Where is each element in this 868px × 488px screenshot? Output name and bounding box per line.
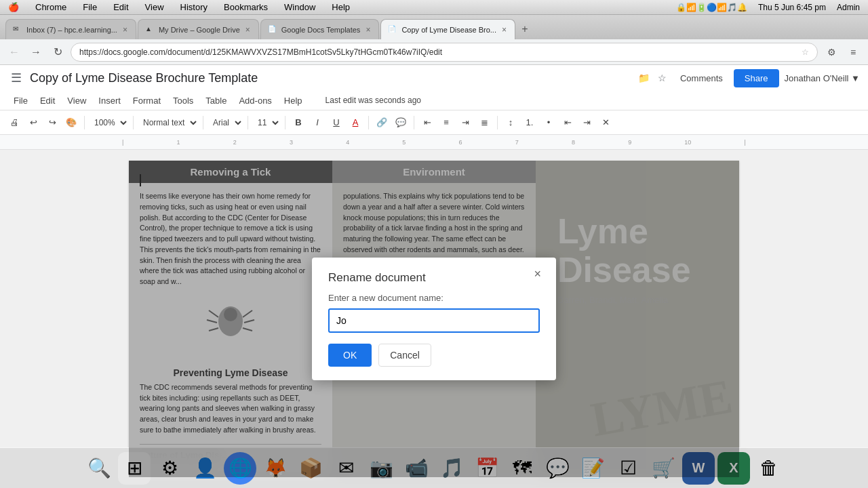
- zoom-select[interactable]: 100%: [89, 114, 129, 131]
- gdocs-ruler: |1 23 45 67 89 10|: [0, 135, 868, 150]
- align-right-button[interactable]: ⇥: [456, 114, 474, 131]
- justify-button[interactable]: ≣: [475, 114, 493, 131]
- view-menu-item[interactable]: View: [142, 2, 167, 12]
- underline-button[interactable]: U: [328, 114, 345, 131]
- redo-button[interactable]: ↪: [43, 114, 61, 131]
- new-tab-button[interactable]: +: [517, 21, 533, 37]
- line-spacing-button[interactable]: ↕: [502, 114, 519, 131]
- bookmarks-menu-item[interactable]: Bookmarks: [221, 2, 271, 12]
- font-select[interactable]: Arial: [208, 114, 243, 131]
- gdocs-doc-title[interactable]: Copy of Lyme Disease Brochure Template: [30, 71, 630, 85]
- modal-close-button[interactable]: ×: [530, 266, 545, 283]
- edit-menu[interactable]: Edit: [35, 94, 60, 108]
- text-color-button[interactable]: A: [347, 114, 364, 131]
- gdocs-menu-icon[interactable]: ☰: [8, 68, 24, 88]
- file-menu[interactable]: File: [8, 94, 33, 108]
- document-page[interactable]: Removing a Tick It seems like everyone h…: [129, 161, 739, 477]
- comment-button[interactable]: 💬: [392, 114, 410, 131]
- tab-drive[interactable]: ▲ My Drive – Google Drive ×: [138, 19, 259, 39]
- tab-title-templates: Google Docs Templates: [281, 26, 361, 34]
- chrome-addressbar: ← → ↻ https://docs.google.com/document/d…: [0, 39, 868, 65]
- paint-format-button[interactable]: 🎨: [62, 114, 80, 131]
- extensions-button[interactable]: ⚙: [822, 43, 841, 62]
- chrome-menu-item[interactable]: Chrome: [33, 2, 69, 12]
- decrease-indent-button[interactable]: ⇤: [559, 114, 576, 131]
- gdocs-menubar: File Edit View Insert Format Tools Table…: [0, 91, 868, 110]
- ul-button[interactable]: •: [540, 114, 557, 131]
- style-select[interactable]: Normal text: [138, 114, 199, 131]
- gdocs-title-icons: 📁 ☆: [635, 70, 669, 86]
- tab-lyme[interactable]: 📄 Copy of Lyme Disease Bro... ×: [380, 19, 515, 39]
- file-menu-item[interactable]: File: [80, 2, 100, 12]
- fontsize-select[interactable]: 11: [252, 114, 281, 131]
- bold-button[interactable]: B: [290, 114, 307, 131]
- help-menu[interactable]: Help: [279, 94, 308, 108]
- modal-cancel-button[interactable]: Cancel: [378, 344, 431, 367]
- tab-templates[interactable]: 📄 Google Docs Templates ×: [260, 19, 380, 39]
- toolbar-divider-4: [248, 116, 248, 129]
- menubar-user[interactable]: Admin: [834, 3, 863, 12]
- menubar-right: 🔒📶🔋🔵📶🎵🔔 Thu 5 Jun 6:45 pm Admin: [673, 3, 863, 12]
- italic-button[interactable]: I: [309, 114, 326, 131]
- tab-close-lyme[interactable]: ×: [500, 24, 508, 36]
- gdocs-header: ☰ Copy of Lyme Disease Brochure Template…: [0, 65, 868, 135]
- history-menu-item[interactable]: History: [178, 2, 210, 12]
- modal-label: Enter a new document name:: [328, 293, 540, 303]
- refresh-button[interactable]: ↻: [49, 43, 66, 61]
- gdocs-user-area: Comments Share Jonathan O'Neill ▼: [675, 69, 860, 87]
- window-menu-item[interactable]: Window: [281, 2, 318, 12]
- chrome-right-icons: ⚙ ≡: [822, 43, 863, 62]
- tools-menu[interactable]: Tools: [167, 94, 199, 108]
- toolbar-divider-5: [285, 116, 285, 129]
- dock-trash[interactable]: 🗑: [753, 452, 785, 485]
- link-button[interactable]: 🔗: [373, 114, 391, 131]
- back-button[interactable]: ←: [5, 43, 23, 61]
- share-button[interactable]: Share: [734, 69, 779, 87]
- view-menu[interactable]: View: [62, 94, 92, 108]
- rename-document-modal: Rename document × Enter a new document n…: [312, 258, 556, 380]
- clear-format-button[interactable]: ✕: [597, 114, 614, 131]
- modal-title: Rename document: [328, 271, 540, 285]
- undo-button[interactable]: ↩: [24, 114, 42, 131]
- insert-menu[interactable]: Insert: [93, 94, 126, 108]
- tab-favicon-drive: ▲: [145, 25, 155, 35]
- star-icon[interactable]: ☆: [655, 70, 669, 86]
- edit-menu-item[interactable]: Edit: [111, 2, 131, 12]
- help-menu-item[interactable]: Help: [329, 2, 353, 12]
- format-menu[interactable]: Format: [127, 94, 166, 108]
- tab-title-drive: My Drive – Google Drive: [159, 26, 240, 34]
- increase-indent-button[interactable]: ⇥: [578, 114, 595, 131]
- align-left-button[interactable]: ⇤: [418, 114, 436, 131]
- table-menu[interactable]: Table: [200, 94, 232, 108]
- modal-ok-button[interactable]: OK: [328, 344, 372, 367]
- chrome-tabbar: ✉ Inbox (7) – hpc.e.learning... × ▲ My D…: [0, 15, 868, 39]
- address-bar[interactable]: https://docs.google.com/document/d/125KM…: [71, 43, 818, 62]
- folder-icon[interactable]: 📁: [635, 70, 652, 86]
- tab-close-templates[interactable]: ×: [364, 24, 372, 36]
- toolbar-divider-7: [414, 116, 414, 129]
- dock-finder[interactable]: 🔍: [83, 452, 115, 485]
- tab-close-inbox[interactable]: ×: [121, 24, 129, 36]
- bookmark-star-icon[interactable]: ☆: [802, 47, 809, 57]
- mac-menubar: 🍎 Chrome File Edit View History Bookmark…: [0, 0, 868, 15]
- tab-favicon-lyme: 📄: [388, 25, 397, 35]
- ol-button[interactable]: 1.: [521, 114, 538, 131]
- tab-title-inbox: Inbox (7) – hpc.e.learning...: [26, 26, 117, 34]
- modal-overlay[interactable]: Rename document × Enter a new document n…: [129, 161, 739, 477]
- menubar-datetime: Thu 5 Jun 6:45 pm: [755, 3, 829, 12]
- print-button[interactable]: 🖨: [5, 114, 23, 131]
- tab-close-drive[interactable]: ×: [244, 24, 252, 36]
- document-name-input[interactable]: [328, 308, 540, 333]
- tab-inbox[interactable]: ✉ Inbox (7) – hpc.e.learning... ×: [5, 19, 136, 39]
- comments-button[interactable]: Comments: [675, 70, 728, 86]
- forward-button[interactable]: →: [27, 43, 45, 61]
- gdocs-area: ☰ Copy of Lyme Disease Brochure Template…: [0, 65, 868, 488]
- addons-menu[interactable]: Add-ons: [233, 94, 277, 108]
- document-content-area[interactable]: Removing a Tick It seems like everyone h…: [0, 150, 868, 488]
- gdocs-formatting-toolbar: 🖨 ↩ ↪ 🎨 100% Normal text Arial 11: [0, 110, 868, 134]
- user-name[interactable]: Jonathan O'Neill ▼: [785, 73, 860, 83]
- align-center-button[interactable]: ≡: [437, 114, 455, 131]
- apple-menu[interactable]: 🍎: [5, 2, 22, 12]
- toolbar-divider-2: [133, 116, 134, 129]
- chrome-menu-button[interactable]: ≡: [844, 43, 863, 62]
